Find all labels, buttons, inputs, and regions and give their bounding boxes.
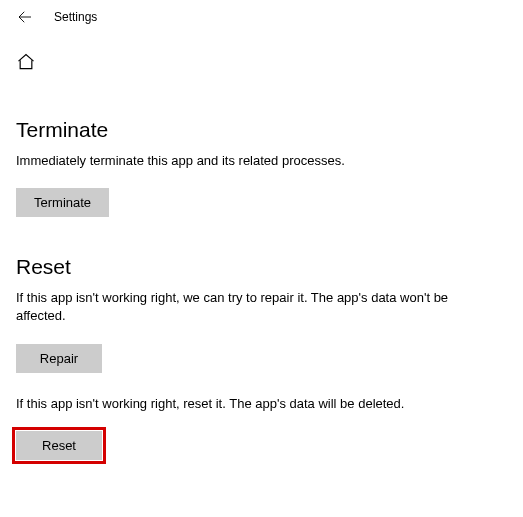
back-arrow-icon[interactable] <box>16 8 34 26</box>
reset-description: If this app isn't working right, reset i… <box>16 395 496 413</box>
header-bar: Settings <box>0 0 523 34</box>
home-row <box>0 34 523 90</box>
reset-button[interactable]: Reset <box>16 431 102 460</box>
terminate-description: Immediately terminate this app and its r… <box>16 152 496 170</box>
repair-description: If this app isn't working right, we can … <box>16 289 496 325</box>
terminate-heading: Terminate <box>16 118 507 142</box>
reset-heading: Reset <box>16 255 507 279</box>
content-area: Terminate Immediately terminate this app… <box>0 118 523 460</box>
repair-button[interactable]: Repair <box>16 344 102 373</box>
reset-section: Reset If this app isn't working right, w… <box>16 255 507 460</box>
terminate-section: Terminate Immediately terminate this app… <box>16 118 507 217</box>
reset-subblock: If this app isn't working right, reset i… <box>16 395 507 460</box>
header-title: Settings <box>54 10 97 24</box>
terminate-button[interactable]: Terminate <box>16 188 109 217</box>
home-icon[interactable] <box>16 52 36 72</box>
